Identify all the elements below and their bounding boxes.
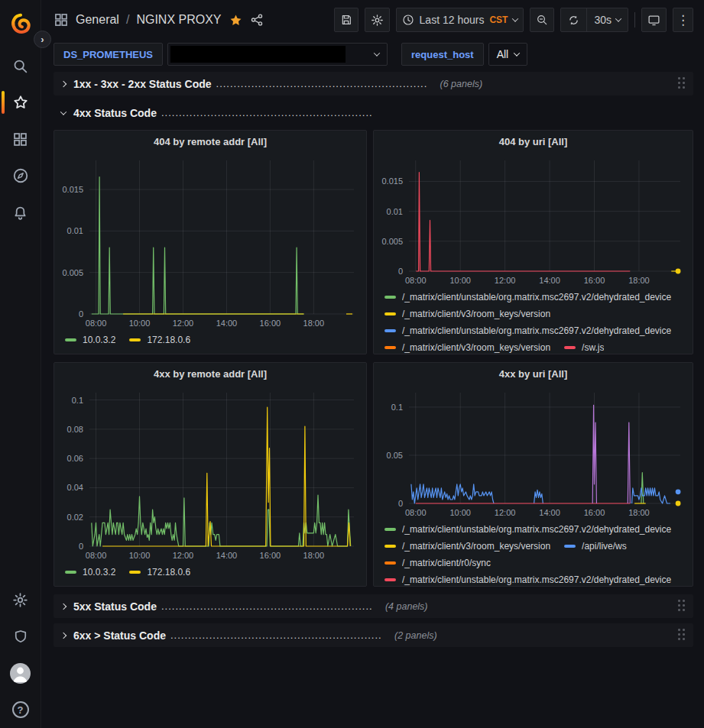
sidebar-item-alerting[interactable] bbox=[0, 194, 41, 231]
tv-mode-button[interactable] bbox=[641, 8, 667, 32]
svg-text:0.005: 0.005 bbox=[381, 237, 403, 246]
legend-item[interactable]: /_matrix/client/unstable/org.matrix.msc2… bbox=[384, 289, 671, 306]
gear-icon bbox=[12, 592, 28, 608]
legend-item[interactable]: /_matrix/client/v3/room_keys/version bbox=[384, 306, 550, 322]
legend-item[interactable]: 172.18.0.6 bbox=[129, 564, 190, 581]
legend-item[interactable]: /_matrix/client/unstable/org.matrix.msc2… bbox=[384, 521, 671, 538]
panel-404-by-uri: 404 by uri [All] 08:0010:0012:0014:0016:… bbox=[373, 130, 693, 354]
panel-title[interactable]: 404 by remote addr [All] bbox=[54, 131, 366, 153]
row-1xx-3xx-2xx[interactable]: 1xx - 3xx - 2xx Status Code ............… bbox=[54, 72, 693, 95]
sidebar-item-explore[interactable] bbox=[0, 157, 41, 194]
legend-item[interactable]: 10.0.3.2 bbox=[65, 332, 115, 348]
legend-label: 172.18.0.6 bbox=[147, 564, 190, 581]
bell-icon bbox=[12, 205, 28, 221]
legend-label: /_matrix/client/v3/room_keys/version bbox=[402, 538, 550, 555]
panel-title[interactable]: 404 by uri [All] bbox=[374, 131, 693, 153]
sidebar-item-help[interactable]: ? bbox=[0, 691, 41, 728]
legend-swatch bbox=[564, 545, 576, 548]
row-title: 6xx > Status Code bbox=[73, 629, 166, 642]
clock-icon bbox=[402, 14, 414, 26]
panel-title[interactable]: 4xx by remote addr [All] bbox=[54, 363, 366, 385]
star-outline-icon bbox=[12, 94, 29, 111]
svg-text:0.01: 0.01 bbox=[67, 226, 83, 235]
sidebar-item-starred[interactable] bbox=[0, 84, 41, 121]
dashboard-settings-button[interactable] bbox=[365, 8, 390, 32]
svg-text:14:00: 14:00 bbox=[216, 551, 238, 560]
variable-request-host-dropdown[interactable]: All bbox=[488, 43, 528, 66]
more-options-button[interactable]: ⋮ bbox=[673, 8, 693, 32]
page-title[interactable]: NGINX PROXY bbox=[136, 13, 221, 27]
row-drag-handle[interactable] bbox=[678, 600, 687, 613]
row-panel-count: (6 panels) bbox=[440, 79, 483, 89]
legend-item[interactable]: /_matrix/client/v3/room_keys/version bbox=[384, 538, 550, 555]
legend-swatch bbox=[384, 329, 396, 332]
row-6xx[interactable]: 6xx > Status Code ......................… bbox=[54, 623, 693, 647]
share-icon[interactable] bbox=[250, 13, 264, 27]
chevron-right-icon bbox=[60, 80, 67, 86]
panel-4xx-by-uri: 4xx by uri [All] 08:0010:0012:0014:0016:… bbox=[373, 362, 693, 587]
svg-text:08:00: 08:00 bbox=[86, 319, 107, 328]
time-range-label: Last 12 hours bbox=[420, 14, 485, 26]
sidebar-item-search[interactable] bbox=[0, 47, 41, 84]
refresh-button[interactable] bbox=[561, 8, 586, 31]
legend-item[interactable]: /_matrix/client/r0/sync bbox=[384, 555, 491, 571]
variable-ds-prometheus-label[interactable]: DS_PROMETHEUS bbox=[54, 43, 163, 66]
legend-item[interactable]: /_matrix/client/unstable/org.matrix.msc2… bbox=[384, 322, 671, 339]
refresh-group: 30s bbox=[560, 8, 628, 32]
variable-ds-prometheus-dropdown[interactable] bbox=[167, 43, 388, 66]
timeseries-chart[interactable]: 08:0010:0012:0014:0016:0018:0000.050.1 bbox=[374, 385, 693, 519]
svg-text:0.04: 0.04 bbox=[67, 483, 83, 492]
legend-item[interactable]: /_matrix/client/unstable/org.matrix.msc2… bbox=[384, 571, 671, 586]
legend-item[interactable]: 10.0.3.2 bbox=[65, 564, 115, 581]
chevron-down-icon bbox=[374, 50, 380, 56]
row-drag-handle[interactable] bbox=[678, 629, 687, 642]
redacted-value bbox=[170, 46, 346, 63]
legend-label: /_matrix/client/r0/sync bbox=[402, 555, 491, 571]
row-leader-dots: ........................................… bbox=[161, 107, 371, 118]
save-icon bbox=[340, 14, 352, 26]
row-5xx[interactable]: 5xx Status Code ........................… bbox=[54, 594, 693, 618]
chevron-right-icon bbox=[60, 632, 67, 638]
sidebar-item-settings[interactable] bbox=[0, 581, 41, 618]
sidebar-item-dashboards[interactable] bbox=[0, 121, 41, 157]
legend-swatch bbox=[129, 338, 141, 341]
legend-item[interactable]: /api/live/ws bbox=[564, 538, 627, 555]
timeseries-chart[interactable]: 08:0010:0012:0014:0016:0018:0000.0050.01… bbox=[374, 153, 693, 287]
timeseries-chart[interactable]: 08:0010:0012:0014:0016:0018:0000.020.040… bbox=[54, 385, 366, 562]
row-4xx[interactable]: 4xx Status Code ........................… bbox=[54, 101, 693, 125]
legend-label: /_matrix/client/unstable/org.matrix.msc2… bbox=[402, 322, 671, 339]
svg-text:10:00: 10:00 bbox=[129, 551, 151, 560]
svg-text:08:00: 08:00 bbox=[405, 508, 427, 517]
star-filled-icon[interactable] bbox=[229, 13, 243, 28]
time-range-picker[interactable]: Last 12 hours CST bbox=[396, 8, 524, 32]
legend-item[interactable]: /_matrix/client/v3/room_keys/version bbox=[384, 339, 550, 354]
chevron-right-icon bbox=[60, 603, 67, 609]
timeseries-chart[interactable]: 08:0010:0012:0014:0016:0018:0000.0050.01… bbox=[54, 153, 366, 330]
panel-legend: 10.0.3.2172.18.0.6 bbox=[54, 330, 366, 354]
zoom-out-time-button[interactable] bbox=[530, 8, 554, 32]
legend-swatch bbox=[65, 338, 76, 341]
svg-text:16:00: 16:00 bbox=[260, 551, 281, 560]
panel-404-by-remote-addr: 404 by remote addr [All] 08:0010:0012:00… bbox=[54, 130, 367, 354]
apps-icon bbox=[54, 12, 69, 28]
sidebar-expand-button[interactable]: › bbox=[34, 31, 51, 48]
variable-request-host-label[interactable]: request_host bbox=[401, 43, 484, 66]
svg-text:10:00: 10:00 bbox=[449, 508, 471, 517]
chevron-down-icon bbox=[615, 15, 621, 21]
legend-swatch bbox=[384, 545, 396, 548]
legend-item[interactable]: /sw.js bbox=[564, 339, 604, 354]
save-dashboard-button[interactable] bbox=[334, 8, 358, 32]
refresh-interval-dropdown[interactable]: 30s bbox=[586, 8, 628, 31]
row-drag-handle[interactable] bbox=[678, 77, 687, 90]
magnifier-minus-icon bbox=[536, 14, 548, 26]
sidebar-item-profile[interactable] bbox=[0, 655, 41, 691]
shield-icon bbox=[13, 629, 28, 645]
sidebar-item-server-admin[interactable] bbox=[0, 618, 41, 655]
svg-text:08:00: 08:00 bbox=[86, 551, 107, 560]
chevron-down-icon bbox=[514, 50, 520, 56]
chevron-down-icon bbox=[512, 15, 518, 21]
legend-item[interactable]: 172.18.0.6 bbox=[129, 332, 190, 348]
breadcrumb-section[interactable]: General bbox=[76, 13, 119, 27]
svg-text:14:00: 14:00 bbox=[539, 508, 560, 517]
panel-title[interactable]: 4xx by uri [All] bbox=[374, 363, 693, 385]
